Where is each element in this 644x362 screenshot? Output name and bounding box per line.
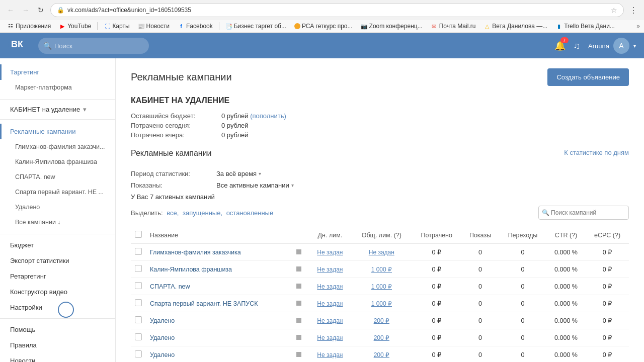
bookmark-drive[interactable]: △ Вета Данилова —... <box>480 22 550 31</box>
day-limit-value[interactable]: Не задан <box>317 334 343 341</box>
sidebar-item-all-campaigns[interactable]: Все кампании ↓ <box>0 215 115 230</box>
user-menu[interactable]: Aruuna A ▾ <box>588 38 636 54</box>
select-all-checkbox[interactable] <box>135 231 142 238</box>
status-dot-icon <box>296 284 301 289</box>
filter-running-link[interactable]: запущенные, <box>183 209 222 217</box>
bookmark-maps-label: Карты <box>112 23 129 30</box>
total-limit-value[interactable]: 1 000 ₽ <box>371 300 392 307</box>
cabinet-selector[interactable]: КАБИНЕТ на удаление ▾ <box>0 103 115 116</box>
day-limit-value[interactable]: Не задан <box>317 283 343 290</box>
forward-button[interactable]: → <box>19 4 32 17</box>
budget-yesterday-value: 0 рублей <box>221 131 249 139</box>
browser-toolbar: ← → ↻ 🔒 vk.com/ads?act=office&union_id=1… <box>0 0 644 20</box>
total-limit-value[interactable]: Не задан <box>369 249 394 256</box>
sidebar-item-rules[interactable]: Правила <box>0 337 115 353</box>
sidebar-item-camp-5[interactable]: Удалено <box>0 200 115 215</box>
campaign-name-link[interactable]: СПАРТА. new <box>150 283 190 290</box>
sidebar-item-help[interactable]: Помощь <box>0 322 115 337</box>
bookmark-zoom[interactable]: 📷 Zoom конференц... <box>358 22 426 31</box>
bookmark-apps[interactable]: ☷ Приложения <box>4 22 54 31</box>
day-limit-value[interactable]: Не задан <box>317 266 343 273</box>
replenish-link[interactable]: (пополнить) <box>250 112 286 120</box>
bookmarks-separator-1 <box>97 22 98 30</box>
sidebar-item-campaigns[interactable]: Рекламные кампании <box>0 124 115 139</box>
bookmark-facebook[interactable]: f Facebook <box>175 22 216 31</box>
sidebar-item-targeting[interactable]: Таргетинг <box>0 64 115 80</box>
back-button[interactable]: ← <box>4 4 17 17</box>
sidebar-item-camp-4[interactable]: Спарта первый вариант. НЕ ... <box>0 185 115 200</box>
filter-all-link[interactable]: все, <box>167 209 179 217</box>
bookmark-youtube[interactable]: ▶ YouTube <box>56 22 94 31</box>
sidebar-item-constructor[interactable]: Конструктор видео <box>0 284 115 300</box>
row-checkbox[interactable] <box>135 282 142 289</box>
create-ad-button[interactable]: Создать объявление <box>547 68 629 86</box>
row-checkbox[interactable] <box>135 316 142 323</box>
search-input[interactable] <box>38 38 149 54</box>
day-limit-value[interactable]: Не задан <box>317 249 343 256</box>
music-button[interactable]: ♫ <box>574 41 581 51</box>
row-checkbox[interactable] <box>135 350 142 357</box>
bookmark-news[interactable]: 📰 Новости <box>135 22 173 31</box>
campaign-name-link[interactable]: Спарта первый вариант. НЕ ЗАПУСК <box>150 300 258 307</box>
row-checkbox[interactable] <box>135 265 142 272</box>
address-bar[interactable]: 🔒 vk.com/ads?act=office&union_id=1605109… <box>50 3 624 17</box>
stats-by-days-link[interactable]: К статистике по дням <box>564 149 629 156</box>
total-limit-value[interactable]: 1 000 ₽ <box>371 283 392 290</box>
sidebar-item-settings[interactable]: Настройки <box>0 300 115 315</box>
day-limit-value[interactable]: Не задан <box>317 300 343 307</box>
sidebar-item-export[interactable]: Экспорт статистики <box>0 253 115 268</box>
campaign-search-icon: 🔍 <box>542 209 549 216</box>
total-limit-value[interactable]: 200 ₽ <box>374 317 389 324</box>
sidebar-item-market[interactable]: Маркет-платформа <box>0 80 115 95</box>
day-limit-value[interactable]: Не задан <box>317 317 343 324</box>
sidebar-item-camp-2[interactable]: Калин-Ямпилова франшиза <box>0 154 115 169</box>
row-checkbox[interactable] <box>135 333 142 340</box>
total-limit-value[interactable]: 1 000 ₽ <box>371 266 392 273</box>
sidebar-divider-2 <box>0 119 115 120</box>
sidebar-item-retargeting[interactable]: Ретаргетинг <box>0 268 115 284</box>
zoom-icon: 📷 <box>361 23 368 30</box>
row-spent: 0 ₽ <box>412 278 461 295</box>
bookmark-star-icon[interactable]: ☆ <box>611 6 617 14</box>
campaign-name-link[interactable]: Удалено <box>150 351 175 358</box>
bookmark-mail[interactable]: ✉ Почта Mail.ru <box>428 22 479 31</box>
notifications-button[interactable]: 🔔 7 <box>554 40 566 51</box>
sidebar-divider-4 <box>0 318 115 319</box>
filter-stopped-link[interactable]: остановленные <box>226 209 274 217</box>
row-checkbox[interactable] <box>135 248 142 255</box>
sidebar: Таргетинг Маркет-платформа КАБИНЕТ на уд… <box>0 58 116 362</box>
notification-badge: 7 <box>560 37 569 43</box>
bookmark-maps[interactable]: ⛶ Карты <box>101 22 132 31</box>
day-limit-value[interactable]: Не задан <box>317 351 343 358</box>
row-total-limit: Не задан <box>351 244 412 261</box>
sidebar-item-camp-3[interactable]: СПАРТА. new <box>0 169 115 185</box>
campaign-name-link[interactable]: Глимханов-фамилия заказчика <box>150 249 241 256</box>
campaign-name-link[interactable]: Удалено <box>150 334 175 341</box>
bookmark-biz[interactable]: 📑 Бизнес таргет об... <box>222 22 289 31</box>
th-status <box>292 227 309 244</box>
th-ecpc: eCPC (?) <box>586 227 629 244</box>
period-value: За всё время <box>216 170 257 177</box>
rsa-icon <box>294 23 300 29</box>
total-limit-value[interactable]: 200 ₽ <box>374 334 389 341</box>
sidebar-item-camp-1[interactable]: Глимханов-фамилия заказчи... <box>0 139 115 154</box>
period-row: Период статистики: За всё время ▾ <box>131 170 629 177</box>
drive-icon: △ <box>484 23 491 30</box>
campaign-name-link[interactable]: Калин-Ямпилова франшиза <box>150 266 232 273</box>
sidebar-item-budget[interactable]: Бюджет <box>0 237 115 253</box>
campaign-name-link[interactable]: Удалено <box>150 317 175 324</box>
shown-select[interactable]: Все активные кампании ▾ <box>216 182 294 189</box>
row-shows: 0 <box>461 244 499 261</box>
bookmark-rsa[interactable]: РСА геткурс про... <box>291 22 356 31</box>
campaign-search-input[interactable] <box>538 206 629 220</box>
row-status <box>292 295 309 312</box>
bookmark-trello[interactable]: ▮ Trello Вета Дани... <box>552 22 618 31</box>
more-bookmarks-icon[interactable]: » <box>636 23 640 30</box>
period-select[interactable]: За всё время ▾ <box>216 170 261 177</box>
sidebar-item-news[interactable]: Новости <box>0 353 115 362</box>
mail-icon: ✉ <box>431 23 438 30</box>
total-limit-value[interactable]: 200 ₽ <box>374 351 389 358</box>
row-checkbox[interactable] <box>135 299 142 306</box>
more-options-button[interactable]: ⋮ <box>627 4 640 17</box>
reload-button[interactable]: ↻ <box>34 4 47 17</box>
